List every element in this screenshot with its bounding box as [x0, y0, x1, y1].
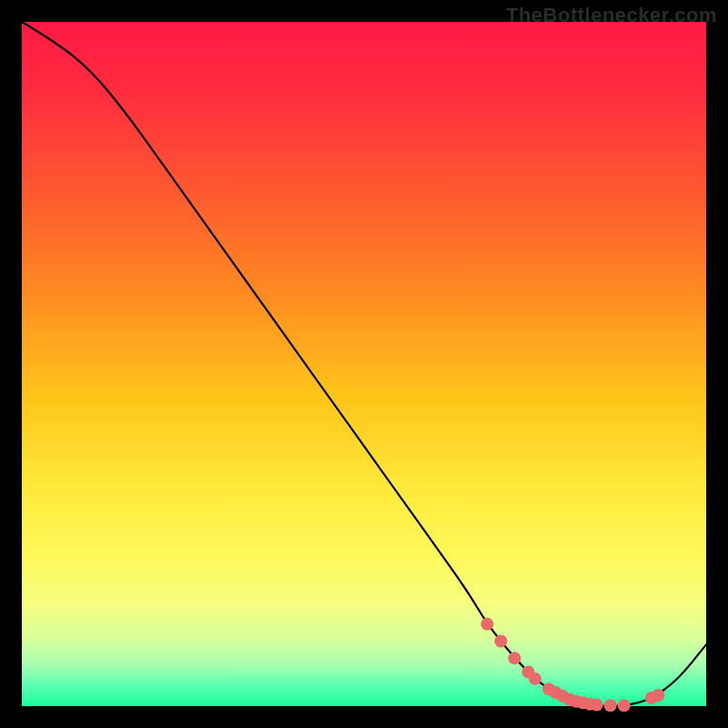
- highlight-marker: [508, 652, 521, 664]
- chart-container: TheBottlenecker.com: [0, 0, 728, 728]
- highlight-marker: [618, 699, 631, 712]
- bottleneck-chart: [0, 0, 728, 728]
- highlight-marker: [480, 618, 493, 631]
- highlight-marker: [494, 635, 507, 648]
- highlight-marker: [591, 698, 603, 711]
- plot-background: [22, 22, 706, 706]
- watermark-text: TheBottlenecker.com: [506, 4, 717, 27]
- highlight-marker: [652, 689, 664, 702]
- highlight-marker: [529, 672, 541, 685]
- highlight-marker: [604, 699, 617, 712]
